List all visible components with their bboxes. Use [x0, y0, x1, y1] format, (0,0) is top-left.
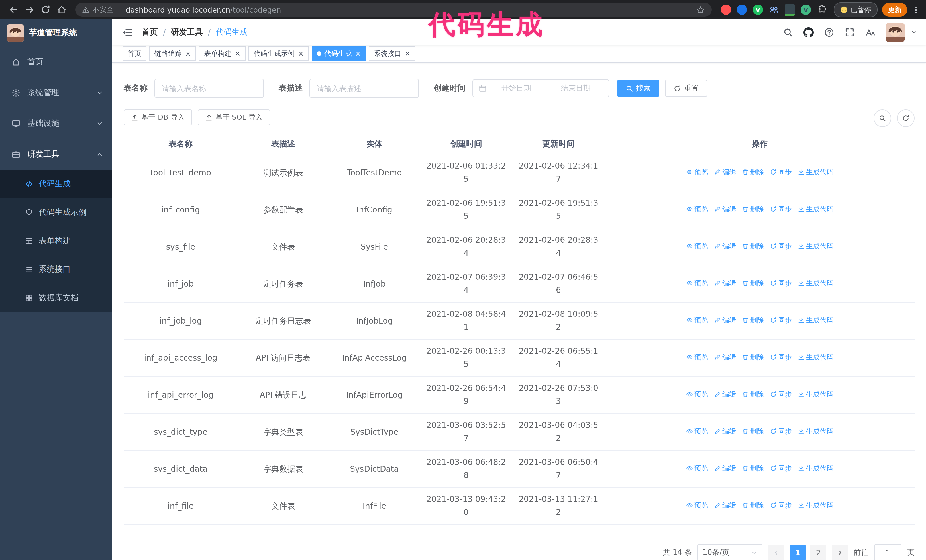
sidebar-subitem-表单构建[interactable]: 表单构建 [0, 227, 112, 255]
action-同步[interactable]: 同步 [770, 388, 792, 401]
extension-icon[interactable] [785, 4, 795, 16]
forward-button[interactable] [24, 5, 35, 15]
user-avatar[interactable] [885, 23, 905, 42]
refresh-table-button[interactable] [897, 109, 915, 127]
action-生成代码[interactable]: 生成代码 [797, 277, 834, 290]
next-page-button[interactable] [832, 545, 848, 560]
avatar-caret-down-icon[interactable] [911, 29, 917, 35]
action-编辑[interactable]: 编辑 [714, 462, 736, 475]
page-size-select[interactable]: 10条/页 [698, 544, 763, 560]
tab-代码生成示例[interactable]: 代码生成示例× [248, 46, 309, 61]
sidebar-item-home[interactable]: 首页 [0, 47, 112, 77]
extension-icon[interactable]: V [753, 5, 763, 15]
tab-close-icon[interactable]: × [235, 50, 241, 57]
sidebar-subitem-代码生成示例[interactable]: 代码生成示例 [0, 198, 112, 227]
tab-链路追踪[interactable]: 链路追踪× [149, 46, 196, 61]
action-编辑[interactable]: 编辑 [714, 166, 736, 179]
tab-close-icon[interactable]: × [185, 50, 191, 57]
action-删除[interactable]: 删除 [741, 425, 764, 438]
action-编辑[interactable]: 编辑 [714, 314, 736, 327]
action-删除[interactable]: 删除 [741, 388, 764, 401]
action-删除[interactable]: 删除 [741, 203, 764, 216]
address-bar[interactable]: 不安全 dashboard.yudao.iocoder.cn/tool/code… [75, 3, 712, 17]
extension-icon[interactable] [721, 5, 731, 15]
tab-close-icon[interactable]: × [405, 50, 410, 57]
breadcrumb-home[interactable]: 首页 [142, 27, 158, 37]
action-生成代码[interactable]: 生成代码 [797, 314, 834, 327]
table-name-input[interactable] [154, 78, 264, 98]
profiles-icon[interactable] [769, 5, 779, 15]
home-button[interactable] [56, 5, 67, 15]
action-预览[interactable]: 预览 [686, 166, 708, 179]
action-删除[interactable]: 删除 [741, 462, 764, 475]
extensions-puzzle-icon[interactable] [817, 5, 827, 15]
reset-button[interactable]: 重置 [665, 80, 707, 97]
action-同步[interactable]: 同步 [770, 425, 792, 438]
action-同步[interactable]: 同步 [770, 462, 792, 475]
sidebar-item-infra[interactable]: 基础设施 [0, 108, 112, 139]
action-同步[interactable]: 同步 [770, 277, 792, 290]
action-编辑[interactable]: 编辑 [714, 240, 736, 253]
goto-page-input[interactable] [874, 544, 902, 560]
action-预览[interactable]: 预览 [686, 203, 708, 216]
search-button[interactable]: 搜索 [617, 80, 659, 97]
action-编辑[interactable]: 编辑 [714, 499, 736, 512]
action-生成代码[interactable]: 生成代码 [797, 203, 834, 216]
action-预览[interactable]: 预览 [686, 351, 708, 364]
action-生成代码[interactable]: 生成代码 [797, 388, 834, 401]
sidebar-item-devtools[interactable]: 研发工具 [0, 139, 112, 170]
action-编辑[interactable]: 编辑 [714, 425, 736, 438]
action-预览[interactable]: 预览 [686, 314, 708, 327]
action-生成代码[interactable]: 生成代码 [797, 240, 834, 253]
action-预览[interactable]: 预览 [686, 277, 708, 290]
table-desc-input[interactable] [309, 78, 419, 98]
sync-paused-badge[interactable]: 已暂停 [834, 2, 878, 17]
date-range-picker[interactable]: 开始日期 - 结束日期 [472, 79, 609, 97]
action-同步[interactable]: 同步 [770, 166, 792, 179]
action-删除[interactable]: 删除 [741, 240, 764, 253]
tab-系统接口[interactable]: 系统接口× [369, 46, 416, 61]
import-sql-button[interactable]: 基于 SQL 导入 [198, 109, 270, 125]
action-删除[interactable]: 删除 [741, 166, 764, 179]
action-生成代码[interactable]: 生成代码 [797, 166, 834, 179]
action-预览[interactable]: 预览 [686, 425, 708, 438]
action-生成代码[interactable]: 生成代码 [797, 351, 834, 364]
toggle-search-button[interactable] [873, 109, 891, 127]
sidebar-subitem-代码生成[interactable]: 代码生成 [0, 170, 112, 198]
action-同步[interactable]: 同步 [770, 499, 792, 512]
action-删除[interactable]: 删除 [741, 499, 764, 512]
extension-icon[interactable]: V [800, 5, 811, 15]
action-删除[interactable]: 删除 [741, 277, 764, 290]
tab-close-icon[interactable]: × [355, 50, 361, 57]
action-同步[interactable]: 同步 [770, 203, 792, 216]
sidebar-subitem-系统接口[interactable]: 系统接口 [0, 255, 112, 284]
prev-page-button[interactable] [768, 545, 784, 560]
action-生成代码[interactable]: 生成代码 [797, 425, 834, 438]
action-预览[interactable]: 预览 [686, 388, 708, 401]
action-编辑[interactable]: 编辑 [714, 388, 736, 401]
action-删除[interactable]: 删除 [741, 314, 764, 327]
action-编辑[interactable]: 编辑 [714, 351, 736, 364]
action-预览[interactable]: 预览 [686, 499, 708, 512]
reload-button[interactable] [41, 5, 51, 15]
page-button-1[interactable]: 1 [790, 545, 806, 560]
action-预览[interactable]: 预览 [686, 240, 708, 253]
search-icon[interactable] [783, 27, 793, 37]
tab-表单构建[interactable]: 表单构建× [199, 46, 246, 61]
action-生成代码[interactable]: 生成代码 [797, 462, 834, 475]
action-删除[interactable]: 删除 [741, 351, 764, 364]
font-size-icon[interactable] [865, 27, 875, 37]
action-编辑[interactable]: 编辑 [714, 203, 736, 216]
action-预览[interactable]: 预览 [686, 462, 708, 475]
sidebar-subitem-数据库文档[interactable]: 数据库文档 [0, 284, 112, 312]
tab-首页[interactable]: 首页 [123, 46, 147, 61]
import-db-button[interactable]: 基于 DB 导入 [124, 109, 192, 125]
fullscreen-icon[interactable] [844, 27, 855, 37]
action-生成代码[interactable]: 生成代码 [797, 499, 834, 512]
action-同步[interactable]: 同步 [770, 240, 792, 253]
github-icon[interactable] [803, 27, 814, 37]
sidebar-item-system[interactable]: 系统管理 [0, 77, 112, 108]
security-warning-label[interactable]: 不安全 [92, 5, 114, 15]
sidebar-toggle-icon[interactable] [121, 27, 133, 38]
back-button[interactable] [9, 5, 19, 15]
